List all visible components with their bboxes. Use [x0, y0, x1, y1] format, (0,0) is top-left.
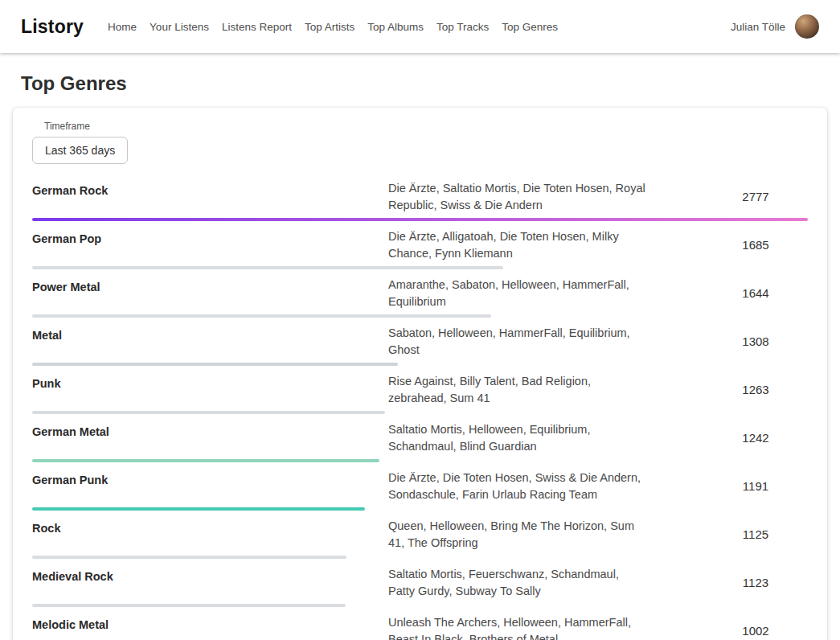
genre-row-content: Power Metal Amaranthe, Sabaton, Hellowee… — [32, 277, 808, 310]
genre-count: 1308 — [703, 334, 808, 350]
genre-bar-fill — [32, 314, 491, 318]
genre-count: 1263 — [703, 382, 808, 398]
genre-count: 1191 — [703, 478, 808, 494]
genre-artists: Saltatio Mortis, Helloween, Equilibrium,… — [388, 421, 645, 455]
genre-row-content: Rock Queen, Helloween, Bring Me The Hori… — [32, 518, 808, 552]
genre-row-content: German Metal Saltatio Mortis, Helloween,… — [32, 421, 808, 455]
genre-bar — [32, 507, 808, 511]
genre-count: 1242 — [703, 430, 808, 446]
main-content: Top Genres Timeframe Last 365 days Germa… — [0, 72, 840, 640]
genre-name: German Rock — [32, 180, 388, 199]
genre-bar — [32, 314, 808, 318]
nav-item-top-albums[interactable]: Top Albums — [367, 18, 424, 36]
genre-bar-fill — [32, 266, 503, 269]
genre-row: Punk Rise Against, Billy Talent, Bad Rel… — [32, 373, 808, 414]
genre-row: Rock Queen, Helloween, Bring Me The Hori… — [32, 518, 808, 559]
genre-row: German Punk Die Ärzte, Die Toten Hosen, … — [32, 470, 808, 511]
genre-bar-fill — [32, 604, 346, 607]
genre-row-content: German Pop Die Ärzte, Alligatoah, Die To… — [32, 228, 808, 262]
user-avatar[interactable] — [795, 14, 819, 39]
genre-bar — [32, 604, 808, 607]
nav-item-top-artists[interactable]: Top Artists — [305, 18, 354, 36]
genre-bar-fill — [32, 556, 346, 559]
genre-bar-fill — [32, 507, 365, 511]
timeframe-label: Timeframe — [44, 121, 808, 132]
genre-row: German Rock Die Ärzte, Saltatio Mortis, … — [32, 180, 808, 221]
user-name: Julian Tölle — [731, 21, 785, 33]
genre-name: Rock — [32, 518, 388, 537]
genre-name: Metal — [32, 325, 388, 344]
genre-artists: Queen, Helloween, Bring Me The Horizon, … — [388, 518, 645, 552]
genre-count: 1002 — [703, 623, 808, 639]
nav-user-area: Julian Tölle — [731, 14, 819, 39]
page-title: Top Genres — [21, 72, 840, 95]
genre-row-content: Melodic Metal Unleash The Archers, Hello… — [32, 614, 808, 640]
genre-name: German Pop — [32, 228, 388, 248]
genre-name: Medieval Rock — [32, 566, 388, 585]
genre-artists: Rise Against, Billy Talent, Bad Religion… — [388, 373, 645, 407]
genre-count: 1123 — [703, 575, 808, 591]
genre-name: Punk — [32, 373, 388, 392]
genre-bar — [32, 266, 808, 269]
nav-links: HomeYour ListensListens ReportTop Artist… — [108, 18, 731, 36]
genre-artists: Die Ärzte, Die Toten Hosen, Swiss & Die … — [388, 470, 645, 503]
genre-row-content: Punk Rise Against, Billy Talent, Bad Rel… — [32, 373, 808, 407]
genre-artists: Sabaton, Helloween, HammerFall, Equilibr… — [388, 325, 645, 359]
genre-name: Power Metal — [32, 277, 388, 296]
top-nav: Listory HomeYour ListensListens ReportTo… — [0, 0, 840, 53]
genre-row: German Pop Die Ärzte, Alligatoah, Die To… — [32, 228, 808, 269]
genre-row: Medieval Rock Saltatio Mortis, Feuerschw… — [32, 566, 808, 607]
genre-bar-fill — [32, 411, 385, 414]
genre-row: Power Metal Amaranthe, Sabaton, Hellowee… — [32, 277, 808, 318]
genre-bar — [32, 363, 808, 366]
genre-count: 1685 — [703, 237, 808, 253]
genre-count: 2777 — [703, 189, 808, 205]
genre-row-content: Medieval Rock Saltatio Mortis, Feuerschw… — [32, 566, 808, 600]
genre-bar — [32, 218, 808, 221]
genre-bar — [32, 459, 808, 462]
nav-item-top-tracks[interactable]: Top Tracks — [436, 18, 489, 36]
nav-item-top-genres[interactable]: Top Genres — [502, 18, 558, 36]
genre-row-content: German Punk Die Ärzte, Die Toten Hosen, … — [32, 470, 808, 503]
genre-name: Melodic Metal — [32, 614, 388, 634]
genre-row: Melodic Metal Unleash The Archers, Hello… — [32, 614, 808, 640]
genre-count: 1125 — [703, 527, 808, 543]
genre-bar-fill — [32, 218, 808, 221]
genre-count: 1644 — [703, 285, 808, 302]
genre-row: German Metal Saltatio Mortis, Helloween,… — [32, 421, 808, 462]
timeframe-select[interactable]: Last 365 days — [32, 137, 128, 164]
genre-bar — [32, 411, 808, 414]
genre-table: German Rock Die Ärzte, Saltatio Mortis, … — [32, 180, 808, 640]
genre-artists: Die Ärzte, Saltatio Mortis, Die Toten Ho… — [388, 180, 645, 214]
nav-item-your-listens[interactable]: Your Listens — [150, 18, 209, 36]
genre-artists: Unleash The Archers, Helloween, HammerFa… — [388, 614, 645, 640]
top-genres-card: Timeframe Last 365 days German Rock Die … — [13, 108, 827, 640]
genre-row-content: German Rock Die Ärzte, Saltatio Mortis, … — [32, 180, 808, 214]
genre-bar — [32, 556, 808, 559]
genre-name: German Punk — [32, 470, 388, 489]
nav-item-home[interactable]: Home — [108, 18, 137, 36]
nav-item-listens-report[interactable]: Listens Report — [222, 18, 292, 36]
genre-row: Metal Sabaton, Helloween, HammerFall, Eq… — [32, 325, 808, 366]
timeframe-filter: Timeframe Last 365 days — [32, 121, 808, 164]
genre-bar-fill — [32, 459, 379, 462]
genre-artists: Die Ärzte, Alligatoah, Die Toten Hosen, … — [388, 228, 645, 262]
genre-name: German Metal — [32, 421, 388, 441]
genre-row-content: Metal Sabaton, Helloween, HammerFall, Eq… — [32, 325, 808, 359]
genre-artists: Amaranthe, Sabaton, Helloween, HammerFal… — [388, 277, 645, 310]
genre-bar-fill — [32, 363, 398, 366]
brand-logo[interactable]: Listory — [21, 16, 84, 38]
genre-artists: Saltatio Mortis, Feuerschwanz, Schandmau… — [388, 566, 645, 600]
